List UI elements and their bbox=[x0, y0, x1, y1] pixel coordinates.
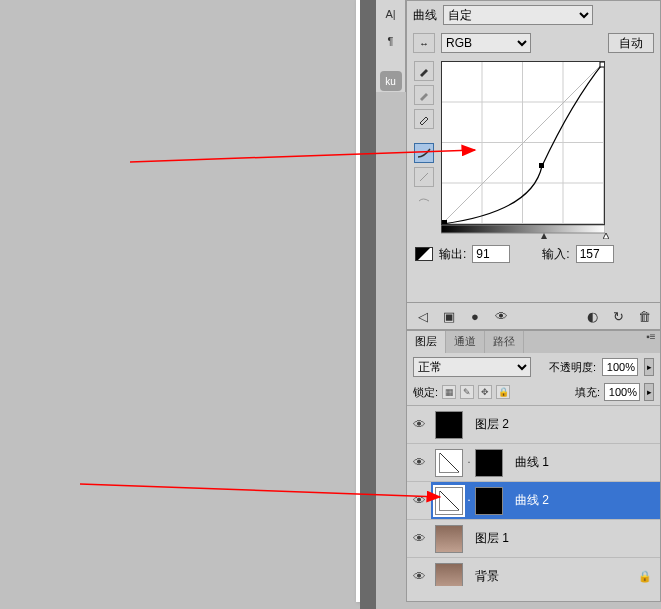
panel-tabs: 图层 通道 路径 ▪≡ bbox=[407, 331, 660, 353]
output-label: 输出: bbox=[439, 246, 466, 263]
layer-thumb[interactable] bbox=[435, 525, 463, 553]
layer-name[interactable]: 图层 1 bbox=[467, 530, 509, 547]
text-tool-icon[interactable]: A| bbox=[377, 1, 405, 27]
panel-menu-icon[interactable]: ▪≡ bbox=[642, 331, 660, 353]
layer-thumb[interactable] bbox=[435, 563, 463, 587]
curve-pencil-tool[interactable] bbox=[414, 167, 434, 187]
layer-thumb[interactable] bbox=[435, 411, 463, 439]
eye-icon[interactable]: 👁 bbox=[493, 308, 509, 324]
gray-separator bbox=[360, 0, 376, 609]
curves-preset-label: 曲线 bbox=[413, 7, 437, 24]
eyedropper-black-icon[interactable] bbox=[414, 61, 434, 81]
curve-options-icon[interactable] bbox=[414, 191, 434, 211]
lock-transparent-icon[interactable]: ▦ bbox=[442, 385, 456, 399]
layer-name[interactable]: 曲线 1 bbox=[507, 454, 549, 471]
svg-marker-6 bbox=[603, 233, 609, 239]
scrubby-icon[interactable]: ↔ bbox=[413, 33, 435, 53]
fill-input[interactable] bbox=[604, 383, 640, 401]
layers-list[interactable]: 👁 图层 2 👁 ⬝ 曲线 1 👁 ⬝ 曲线 2 👁 图层 bbox=[407, 406, 660, 586]
adjustment-thumb[interactable] bbox=[435, 487, 463, 515]
back-icon[interactable]: ◁ bbox=[415, 308, 431, 324]
opacity-input[interactable] bbox=[602, 358, 638, 376]
adjustments-bar: ◁ ▣ ● 👁 ◐ ↻ 🗑 bbox=[406, 302, 661, 330]
curves-grid[interactable] bbox=[441, 61, 605, 225]
tab-paths[interactable]: 路径 bbox=[485, 331, 524, 353]
layer-row[interactable]: 👁 背景 🔒 bbox=[407, 558, 660, 586]
layer-name[interactable]: 图层 2 bbox=[467, 416, 509, 433]
curves-panel: 曲线 自定 ↔ RGB 自动 bbox=[406, 0, 661, 310]
layer-name[interactable]: 曲线 2 bbox=[507, 492, 549, 509]
svg-rect-3 bbox=[600, 62, 604, 67]
curve-point-tool[interactable] bbox=[414, 143, 434, 163]
output-input[interactable] bbox=[472, 245, 510, 263]
tab-channels[interactable]: 通道 bbox=[446, 331, 485, 353]
paragraph-icon[interactable]: ¶ bbox=[377, 28, 405, 54]
svg-rect-4 bbox=[441, 225, 605, 233]
fill-stepper[interactable]: ▸ bbox=[644, 383, 654, 401]
svg-rect-1 bbox=[442, 220, 447, 224]
lock-all-icon[interactable]: 🔒 bbox=[496, 385, 510, 399]
layer-row[interactable]: 👁 图层 2 bbox=[407, 406, 660, 444]
circle-icon[interactable]: ● bbox=[467, 308, 483, 324]
state-icon[interactable]: ▣ bbox=[441, 308, 457, 324]
blend-mode-select[interactable]: 正常 bbox=[413, 357, 531, 377]
visibility-icon[interactable]: 👁 bbox=[407, 531, 431, 546]
layer-row[interactable]: 👁 ⬝ 曲线 1 bbox=[407, 444, 660, 482]
link-icon[interactable]: ⬝ bbox=[466, 495, 472, 506]
curves-preset-select[interactable]: 自定 bbox=[443, 5, 593, 25]
layer-row[interactable]: 👁 图层 1 bbox=[407, 520, 660, 558]
adjustment-thumb[interactable] bbox=[435, 449, 463, 477]
clip-toggle-icon[interactable] bbox=[415, 247, 433, 261]
lock-icon: 🔒 bbox=[638, 570, 652, 583]
lock-label: 锁定: bbox=[413, 385, 438, 400]
mask-thumb[interactable] bbox=[475, 487, 503, 515]
visibility-icon[interactable]: 👁 bbox=[407, 455, 431, 470]
input-label: 输入: bbox=[542, 246, 569, 263]
eyedropper-gray-icon[interactable] bbox=[414, 85, 434, 105]
fill-label: 填充: bbox=[575, 385, 600, 400]
visibility-icon[interactable]: 👁 bbox=[407, 482, 431, 519]
svg-rect-2 bbox=[539, 163, 544, 168]
input-input[interactable] bbox=[576, 245, 614, 263]
auto-button[interactable]: 自动 bbox=[608, 33, 654, 53]
svg-marker-5 bbox=[541, 233, 547, 239]
svg-line-0 bbox=[442, 62, 604, 224]
curves-tool-column bbox=[413, 61, 435, 235]
link-icon[interactable]: ⬝ bbox=[466, 457, 472, 468]
opacity-stepper[interactable]: ▸ bbox=[644, 358, 654, 376]
ku-button[interactable]: ku bbox=[380, 71, 402, 91]
layer-name[interactable]: 背景 bbox=[467, 568, 499, 585]
opacity-label: 不透明度: bbox=[549, 360, 596, 375]
visibility-icon[interactable]: 👁 bbox=[407, 569, 431, 584]
reset-icon[interactable]: ↻ bbox=[610, 308, 626, 324]
mask-thumb[interactable] bbox=[475, 449, 503, 477]
canvas-area[interactable] bbox=[0, 0, 356, 602]
visibility-icon[interactable]: 👁 bbox=[407, 417, 431, 432]
clip-icon[interactable]: ◐ bbox=[584, 308, 600, 324]
eyedropper-white-icon[interactable] bbox=[414, 109, 434, 129]
layers-panel: 图层 通道 路径 ▪≡ 正常 不透明度: ▸ 锁定: ▦ ✎ ✥ 🔒 填充: ▸… bbox=[406, 330, 661, 602]
channel-select[interactable]: RGB bbox=[441, 33, 531, 53]
vertical-toolbar: A| ¶ ku bbox=[376, 0, 406, 92]
lock-position-icon[interactable]: ✥ bbox=[478, 385, 492, 399]
trash-icon[interactable]: 🗑 bbox=[636, 308, 652, 324]
layer-row-selected[interactable]: 👁 ⬝ 曲线 2 bbox=[407, 482, 660, 520]
lock-pixels-icon[interactable]: ✎ bbox=[460, 385, 474, 399]
tab-layers[interactable]: 图层 bbox=[407, 331, 446, 353]
